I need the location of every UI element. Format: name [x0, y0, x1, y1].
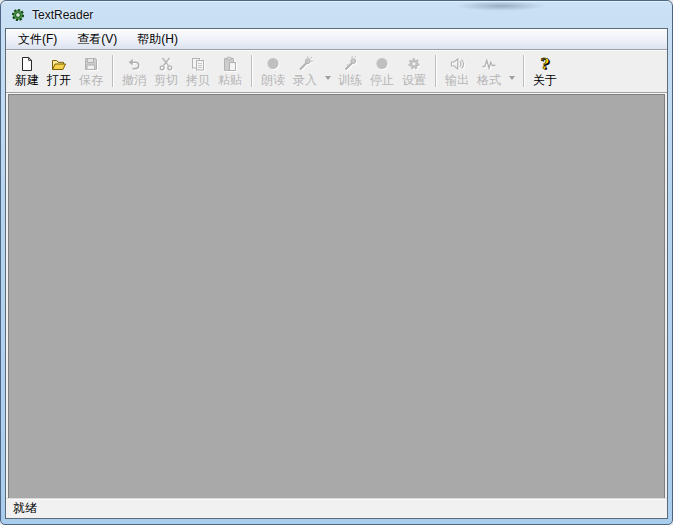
chevron-down-icon	[509, 76, 515, 80]
settings-gear-icon	[406, 54, 422, 73]
toolbar-separator	[435, 55, 436, 87]
toolbar-button-label: 新建	[15, 73, 39, 88]
toolbar-dropdown-format-dropdown	[505, 52, 518, 91]
toolbar-button-label: 训练	[338, 73, 362, 88]
toolbar-button-label: 保存	[79, 73, 103, 88]
toolbar-button-label: 输出	[445, 73, 469, 88]
cut-scissors-icon	[158, 54, 174, 73]
toolbar-button-about[interactable]: ??关于	[529, 52, 561, 91]
toolbar-button-format: 格式	[473, 52, 505, 91]
window-title: TextReader	[32, 8, 93, 22]
menu-item-view[interactable]: 查看(V)	[71, 29, 123, 50]
format-waveform-icon	[481, 54, 497, 73]
toolbar-button-settings: 设置	[398, 52, 430, 91]
toolbar-button-read-aloud: 朗读	[257, 52, 289, 91]
copy-pages-icon	[190, 54, 206, 73]
paste-clipboard-icon	[222, 54, 238, 73]
menu-item-file[interactable]: 文件(F)	[12, 29, 63, 50]
titlebar[interactable]: TextReader	[1, 1, 672, 28]
open-folder-icon	[51, 54, 67, 73]
toolbar-button-train: 训练	[334, 52, 366, 91]
toolbar-button-undo: 撤消	[118, 52, 150, 91]
chevron-down-icon	[325, 76, 331, 80]
client-area	[8, 94, 665, 498]
about-question-icon: ??	[537, 54, 553, 73]
toolbar-button-label: 剪切	[154, 73, 178, 88]
toolbar-button-label: 录入	[293, 73, 317, 88]
toolbar-button-cut: 剪切	[150, 52, 182, 91]
toolbar-button-label: 设置	[402, 73, 426, 88]
toolbar-button-paste: 粘贴	[214, 52, 246, 91]
svg-text:?: ?	[541, 56, 550, 72]
toolbar-button-label: 打开	[47, 73, 71, 88]
save-floppy-icon	[83, 54, 99, 73]
toolbar-button-record: 录入	[289, 52, 321, 91]
read-circle-icon	[265, 54, 281, 73]
train-mic-icon	[342, 54, 358, 73]
stop-circle-icon	[374, 54, 390, 73]
toolbar-button-stop: 停止	[366, 52, 398, 91]
statusbar: 就绪	[6, 498, 667, 518]
toolbar-button-label: 撤消	[122, 73, 146, 88]
toolbar-button-label: 关于	[533, 73, 557, 88]
app-window: TextReader 文件(F)查看(V)帮助(H) 新建打开保存撤消剪切拷贝粘…	[0, 0, 673, 525]
toolbar-button-save: 保存	[75, 52, 107, 91]
toolbar-button-new[interactable]: 新建	[11, 52, 43, 91]
toolbar-button-label: 停止	[370, 73, 394, 88]
toolbar-button-copy: 拷贝	[182, 52, 214, 91]
toolbar-button-label: 格式	[477, 73, 501, 88]
record-mic-icon	[297, 54, 313, 73]
toolbar-button-label: 朗读	[261, 73, 285, 88]
titlebar-glass-reflection	[456, 1, 546, 11]
window-content: 文件(F)查看(V)帮助(H) 新建打开保存撤消剪切拷贝粘贴朗读录入训练停止设置…	[5, 28, 668, 519]
new-document-icon	[19, 54, 35, 73]
app-gear-icon[interactable]	[10, 7, 26, 23]
toolbar-separator	[251, 55, 252, 87]
toolbar-separator	[112, 55, 113, 87]
menubar: 文件(F)查看(V)帮助(H)	[6, 29, 667, 50]
undo-arrow-icon	[126, 54, 142, 73]
toolbar-dropdown-record-dropdown	[321, 52, 334, 91]
toolbar: 新建打开保存撤消剪切拷贝粘贴朗读录入训练停止设置输出格式??关于	[6, 50, 667, 93]
audio-output-speaker-icon	[449, 54, 465, 73]
status-text: 就绪	[13, 500, 37, 517]
toolbar-button-open[interactable]: 打开	[43, 52, 75, 91]
toolbar-separator	[523, 55, 524, 87]
toolbar-button-output: 输出	[441, 52, 473, 91]
menu-item-help[interactable]: 帮助(H)	[131, 29, 184, 50]
toolbar-button-label: 粘贴	[218, 73, 242, 88]
toolbar-button-label: 拷贝	[186, 73, 210, 88]
